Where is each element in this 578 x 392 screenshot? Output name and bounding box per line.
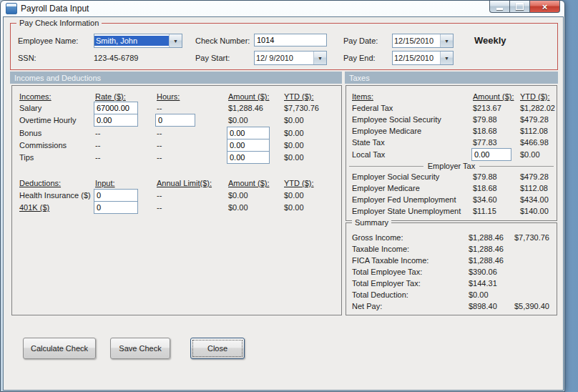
income-row-tips: Tips -- -- $0.00: [12, 153, 341, 165]
tax-row-employee-ss: Employee Social Security $79.88 $479.28: [346, 115, 557, 127]
pay-start-value: 12/ 9/2010: [255, 53, 313, 63]
income-row-commissions: Commissions -- -- $0.00: [12, 141, 341, 153]
client-area: Pay Check Information Employee Name: Smi…: [3, 16, 564, 391]
employee-name-value: Smith, John: [94, 36, 169, 46]
income-name: Salary: [19, 104, 41, 112]
deduction-ytd: $0.00: [284, 203, 304, 212]
annual-limit-column-header: Annual Limit($):: [157, 179, 212, 187]
taxes-header-row: Items: Amount ($): YTD ($):: [346, 92, 557, 104]
tips-amount-input[interactable]: [227, 151, 270, 164]
health-insurance-input[interactable]: [94, 189, 138, 202]
deduction-name: 401K ($): [19, 203, 49, 212]
summary-name: Net Pay:: [352, 302, 382, 310]
commissions-amount-input[interactable]: [227, 139, 270, 152]
calculate-check-button[interactable]: Calculate Check: [23, 338, 96, 359]
save-check-button[interactable]: Save Check: [110, 338, 170, 359]
pay-end-dropdown-button[interactable]: ▼: [440, 52, 453, 64]
overtime-rate-input[interactable]: [94, 114, 138, 127]
section-header-incomes-deductions: Incomes and Deductions: [10, 72, 342, 84]
items-column-header: Items:: [352, 92, 373, 101]
employee-name-combo[interactable]: Smith, John ▼: [94, 34, 182, 48]
deductions-header-row: Deductions: Input: Annual Limit($): Amou…: [12, 179, 341, 191]
employer-tax-divider: Employer Tax: [349, 162, 554, 170]
tax-row-state: State Tax $77.83 $466.98: [346, 138, 557, 150]
summary-row-net-pay: Net Pay: $898.40 $5,390.40: [346, 302, 557, 314]
divider-line: [479, 166, 554, 167]
401k-input[interactable]: [94, 201, 138, 214]
summary-row-fica: FICA Taxable Income: $1,288.46: [346, 256, 557, 268]
tax-name: Employee Medicare: [352, 127, 421, 135]
summary-row-total-deduction: Total Deduction: $0.00: [346, 290, 557, 303]
incomes-deductions-header-text: Incomes and Deductions: [14, 74, 101, 82]
maximize-button[interactable]: [510, 1, 530, 13]
income-ytd: $7,730.76: [284, 104, 319, 112]
summary-legend: Summary: [352, 218, 391, 227]
app-icon: [6, 3, 17, 14]
close-icon: ×: [542, 1, 548, 12]
income-ytd: $0.00: [284, 153, 304, 162]
tax-name: Local Tax: [352, 150, 385, 159]
pay-start-label: Pay Start:: [195, 54, 230, 62]
minimize-button[interactable]: [489, 1, 510, 13]
amount-column-header: Amount ($):: [473, 92, 514, 101]
tax-amount: $79.88: [473, 115, 497, 124]
deduction-amount: $0.00: [228, 203, 248, 212]
income-hours: --: [157, 153, 162, 162]
summary-name: Total Employer Tax:: [352, 279, 421, 288]
close-check-button[interactable]: Close: [190, 338, 245, 359]
divider-line: [349, 166, 423, 167]
tax-ytd: $112.08: [520, 184, 548, 192]
pay-date-picker[interactable]: 12/15/2010 ▼: [392, 34, 454, 48]
pay-end-label: Pay End:: [343, 54, 376, 62]
ytd-column-header: YTD ($):: [284, 92, 314, 101]
tax-amount: $213.67: [473, 104, 501, 112]
ssn-value: 123-45-6789: [94, 54, 138, 62]
titlebar[interactable]: Payroll Data Input ×: [1, 1, 564, 16]
tax-ytd: $434.00: [520, 195, 549, 204]
pay-start-picker[interactable]: 12/ 9/2010 ▼: [254, 51, 327, 65]
income-ytd: $0.00: [284, 116, 304, 124]
rate-column-header: Rate ($):: [95, 92, 126, 101]
deduction-row-401k: 401K ($) -- $0.00 $0.00: [12, 203, 341, 215]
pay-end-value: 12/15/2010: [393, 53, 440, 63]
deduction-annual-limit: --: [157, 191, 162, 200]
income-name: Commissions: [19, 141, 67, 150]
pay-start-dropdown-button[interactable]: ▼: [313, 52, 326, 64]
income-rate: --: [95, 153, 100, 162]
income-name: Tips: [19, 153, 34, 162]
salary-rate-input[interactable]: [94, 102, 138, 114]
tax-amount: $34.60: [473, 195, 497, 204]
employee-name-dropdown-button[interactable]: ▼: [169, 34, 182, 47]
summary-amount: $898.40: [469, 302, 497, 310]
pay-date-value: 12/15/2010: [393, 36, 440, 46]
taxes-header-text: Taxes: [349, 74, 370, 82]
deduction-name: Health Insurance ($): [19, 191, 91, 200]
income-rate: --: [95, 141, 100, 150]
summary-panel: Summary Gross Income: $1,288.46 $7,730.7…: [346, 222, 557, 315]
pay-end-picker[interactable]: 12/15/2010 ▼: [392, 51, 454, 65]
overtime-hours-input[interactable]: [155, 114, 195, 127]
bonus-amount-input[interactable]: [227, 127, 270, 139]
window-title: Payroll Data Input: [21, 4, 89, 14]
close-button[interactable]: ×: [530, 1, 560, 13]
local-tax-input[interactable]: [471, 148, 511, 161]
hours-column-header: Hours:: [157, 92, 180, 101]
deduction-row-health-insurance: Health Insurance ($) -- $0.00 $0.00: [12, 191, 341, 203]
maximize-icon: [516, 3, 524, 10]
tax-ytd: $479.28: [520, 172, 549, 181]
tax-amount: $77.83: [473, 138, 497, 147]
deduction-ytd: $0.00: [284, 191, 304, 200]
tax-ytd: $466.98: [520, 138, 549, 147]
summary-row-total-employer-tax: Total Employer Tax: $144.31: [346, 279, 557, 291]
check-number-input[interactable]: [254, 34, 327, 46]
employer-tax-divider-label: Employer Tax: [423, 162, 479, 170]
summary-name: Taxable Income:: [352, 245, 409, 253]
section-header-taxes: Taxes: [345, 72, 558, 84]
tax-name: Employee Social Security: [352, 115, 441, 124]
summary-row-gross: Gross Income: $1,288.46 $7,730.76: [346, 233, 557, 245]
income-rate: --: [95, 129, 100, 137]
pay-date-dropdown-button[interactable]: ▼: [440, 34, 453, 47]
amount-column-header: Amount ($):: [228, 92, 269, 101]
income-name: Bonus: [19, 129, 41, 137]
input-column-header: Input:: [95, 179, 115, 187]
